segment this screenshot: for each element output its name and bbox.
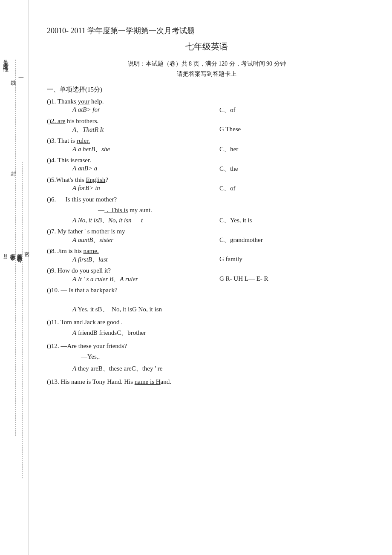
- q10-text: ()10. — Is that a backpack?: [47, 287, 118, 294]
- q11-opts: A friendB friendsC、brother: [72, 327, 366, 339]
- q8-opt-c: G family: [219, 256, 366, 264]
- q5-opt-a: A forB> in: [72, 184, 219, 193]
- q1-text: ()1. Thanks your help.: [47, 98, 104, 105]
- notice1: 说明：本试题（卷）共 8 页，满分 120 分，考试时间 90 分钟: [47, 60, 366, 68]
- q2-text: ()2. are his brothers.: [47, 118, 98, 125]
- question-12: ()12. —Are these your friends? —Yes,. A …: [47, 342, 366, 375]
- q9-text: ()9. How do you spell it?: [47, 267, 111, 274]
- question-13: ()13. His name is Tony Hand. His name is…: [47, 378, 366, 385]
- q12-opts: A they areB、these areC、they ' re: [72, 362, 366, 375]
- q10-opts: A Yes, it sB、 No, it isG No, it isn: [72, 303, 366, 316]
- q4-text: ()4. This iseraser.: [47, 157, 91, 164]
- question-4: ()4. This iseraser. A anB> a C、the: [47, 157, 366, 173]
- q13-text: ()13. His name is Tony Hand. His name is…: [47, 378, 171, 385]
- margin-top-chars: 号正考准名性: [2, 55, 9, 63]
- question-7: ()7. My father ' s mother is my A auntB、…: [47, 228, 366, 244]
- q1-opt-c: C、of: [219, 106, 366, 114]
- q4-opt-c: C、the: [219, 165, 366, 173]
- q8-opt-a: A firstB、last: [72, 256, 219, 264]
- q1-opt-a: A atB> for: [72, 106, 219, 114]
- q7-opt-a: A auntB、sister: [72, 236, 219, 244]
- q6-sub: —．This is my aunt.: [98, 204, 366, 216]
- margin-bottom-chars: 密 答作要不内线封密订订 级班交铃市 县: [2, 247, 30, 254]
- q9-opt-c: G R- UH L— E- R: [219, 275, 366, 283]
- q6-opt-c: C、Yes, it is: [219, 216, 366, 224]
- q7-text: ()7. My father ' s mother is my: [47, 228, 125, 235]
- question-11: ()11. Tom and Jack are good . A friendB …: [47, 319, 366, 339]
- sub-title: 七年级英语: [47, 41, 366, 52]
- q5-text: ()5.What's this English?: [47, 176, 108, 184]
- q8-text: ()8. Jim is his name.: [47, 247, 99, 255]
- q2-opt-a: A、ThatR It: [72, 126, 219, 134]
- question-5: ()5.What's this English? A forB> in C、of: [47, 176, 366, 193]
- question-3: ()3. That is ruler. A a herB、she C、her: [47, 137, 366, 153]
- q3-opt-a: A a herB、she: [72, 145, 219, 153]
- q6-opt-a: A No, it isB、No, it isn t: [72, 216, 219, 224]
- section-title: 一、单项选择(15分): [47, 86, 366, 94]
- question-2: ()2. are his brothers. A、ThatR It G Thes…: [47, 118, 366, 134]
- q4-opt-a: A anB> a: [72, 165, 219, 173]
- q3-opt-c: C、her: [219, 145, 366, 153]
- q3-text: ()3. That is ruler.: [47, 137, 90, 144]
- q2-opt-c: G These: [219, 126, 366, 134]
- q5-opt-c: C、of: [219, 184, 366, 193]
- question-10: ()10. — Is that a backpack? A Yes, it sB…: [47, 287, 366, 316]
- question-8: ()8. Jim is his name. A firstB、last G fa…: [47, 247, 366, 264]
- notice2: 请把答案写到答题卡上: [47, 70, 366, 78]
- margin-line-label: 一 线: [9, 75, 25, 77]
- main-title: 20010- 2011 学年度第一学期第一次月考试题: [47, 26, 366, 36]
- question-6: ()6. — Is this your mother? —．This is my…: [47, 196, 366, 224]
- q7-opt-c: C、grandmother: [219, 236, 366, 244]
- q6-text: ()6. — Is this your mother?: [47, 196, 117, 203]
- question-9: ()9. How do you spell it? A It ' s a rul…: [47, 267, 366, 283]
- question-1: ()1. Thanks your help. A atB> for C、of: [47, 98, 366, 114]
- q9-opt-a: A It ' s a ruler B、A ruler: [72, 275, 219, 283]
- q11-text: ()11. Tom and Jack are good .: [47, 319, 123, 326]
- q12-text: ()12. —Are these your friends?: [47, 342, 127, 350]
- q12-sub: —Yes,.: [81, 351, 366, 363]
